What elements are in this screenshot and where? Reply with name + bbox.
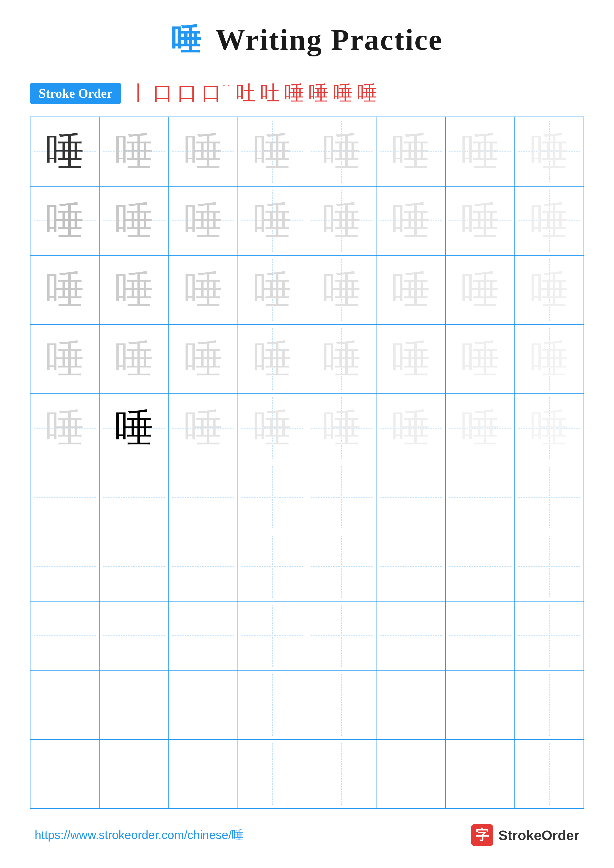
grid-cell-empty[interactable] <box>515 601 584 671</box>
grid-row-3: 唾 唾 唾 <box>30 255 584 325</box>
footer-url[interactable]: https://www.strokeorder.com/chinese/唾 <box>35 827 244 843</box>
grid-cell[interactable]: 唾 <box>307 394 376 463</box>
grid-cell[interactable]: 唾 <box>376 117 446 186</box>
grid-cell[interactable]: 唾 <box>307 255 376 325</box>
grid-cell[interactable]: 唾 <box>99 325 169 394</box>
grid-cell-empty[interactable] <box>238 670 307 739</box>
grid-cell-empty[interactable] <box>307 532 376 601</box>
stroke-7: 唾 <box>284 80 304 107</box>
grid-cell-empty[interactable] <box>30 532 99 601</box>
practice-char: 唾 <box>322 340 361 378</box>
grid-cell[interactable]: 唾 <box>238 186 307 256</box>
grid-cell[interactable]: 唾 <box>99 186 169 256</box>
grid-cell[interactable]: 唾 <box>238 255 307 325</box>
practice-char: 唾 <box>530 409 569 447</box>
grid-cell-empty[interactable] <box>446 601 515 671</box>
practice-char: 唾 <box>392 202 430 240</box>
grid-cell-empty[interactable] <box>515 532 584 601</box>
grid-cell-empty[interactable] <box>515 463 584 532</box>
grid-cell-empty[interactable] <box>376 601 446 671</box>
grid-cell[interactable]: 唾 <box>307 117 376 186</box>
grid-cell-empty[interactable] <box>99 601 169 671</box>
grid-cell[interactable]: 唾 <box>515 325 584 394</box>
grid-cell-empty[interactable] <box>446 670 515 739</box>
grid-cell-empty[interactable] <box>238 532 307 601</box>
grid-cell-empty[interactable] <box>30 601 99 671</box>
grid-cell[interactable]: 唾 <box>446 255 515 325</box>
grid-cell-empty[interactable] <box>169 601 238 671</box>
brand-name: StrokeOrder <box>498 827 579 843</box>
grid-cell[interactable]: 唾 <box>446 394 515 463</box>
grid-cell[interactable]: 唾 <box>515 117 584 186</box>
practice-char: 唾 <box>45 409 84 447</box>
practice-char: 唾 <box>253 340 292 378</box>
grid-cell[interactable]: 唾 <box>376 186 446 256</box>
grid-cell[interactable]: 唾 <box>446 186 515 256</box>
grid-cell-empty[interactable] <box>99 463 169 532</box>
grid-cell-empty[interactable] <box>169 670 238 739</box>
grid-cell[interactable]: 唾 <box>446 325 515 394</box>
grid-cell-empty[interactable] <box>515 670 584 739</box>
grid-cell-empty[interactable] <box>376 739 446 809</box>
grid-cell-empty[interactable] <box>169 739 238 809</box>
grid-cell-empty[interactable] <box>446 739 515 809</box>
grid-cell-empty[interactable] <box>307 739 376 809</box>
grid-cell[interactable]: 唾 <box>376 325 446 394</box>
grid-cell-empty[interactable] <box>99 670 169 739</box>
grid-cell[interactable]: 唾 <box>238 325 307 394</box>
grid-cell[interactable]: 唾 <box>30 394 99 463</box>
grid-cell[interactable]: 唾 <box>30 117 99 186</box>
grid-cell[interactable]: 唾 <box>515 394 584 463</box>
grid-cell-empty[interactable] <box>446 463 515 532</box>
grid-cell[interactable]: 唾 <box>169 325 238 394</box>
brand-icon: 字 <box>471 824 493 846</box>
grid-cell-empty[interactable] <box>169 463 238 532</box>
grid-cell-empty[interactable] <box>238 463 307 532</box>
grid-cell[interactable]: 唾 <box>515 255 584 325</box>
practice-char: 唾 <box>184 132 222 171</box>
grid-cell-empty[interactable] <box>515 739 584 809</box>
practice-char: 唾 <box>461 271 499 309</box>
grid-cell[interactable]: 唾 <box>99 394 169 463</box>
grid-cell[interactable]: 唾 <box>30 325 99 394</box>
practice-char: 唾 <box>392 409 430 447</box>
footer: https://www.strokeorder.com/chinese/唾 字 … <box>30 824 584 846</box>
grid-cell-empty[interactable] <box>169 532 238 601</box>
grid-row-5: 唾 唾 唾 <box>30 394 584 463</box>
grid-cell[interactable]: 唾 <box>238 394 307 463</box>
grid-cell[interactable]: 唾 <box>169 117 238 186</box>
grid-cell-empty[interactable] <box>30 670 99 739</box>
footer-brand: 字 StrokeOrder <box>471 824 579 846</box>
grid-cell[interactable]: 唾 <box>307 186 376 256</box>
grid-cell-empty[interactable] <box>446 532 515 601</box>
grid-cell[interactable]: 唾 <box>307 325 376 394</box>
grid-cell[interactable]: 唾 <box>169 394 238 463</box>
practice-char: 唾 <box>392 132 430 171</box>
grid-cell[interactable]: 唾 <box>30 186 99 256</box>
grid-cell-empty[interactable] <box>238 601 307 671</box>
grid-cell[interactable]: 唾 <box>99 255 169 325</box>
grid-cell-empty[interactable] <box>99 532 169 601</box>
grid-cell-empty[interactable] <box>307 601 376 671</box>
grid-cell[interactable]: 唾 <box>376 255 446 325</box>
grid-cell[interactable]: 唾 <box>515 186 584 256</box>
grid-cell-empty[interactable] <box>99 739 169 809</box>
grid-cell[interactable]: 唾 <box>376 394 446 463</box>
grid-cell-empty[interactable] <box>238 739 307 809</box>
practice-char: 唾 <box>184 409 222 447</box>
grid-cell-empty[interactable] <box>376 670 446 739</box>
practice-char: 唾 <box>530 202 569 240</box>
grid-cell[interactable]: 唾 <box>446 117 515 186</box>
grid-cell-empty[interactable] <box>376 532 446 601</box>
grid-cell-empty[interactable] <box>30 463 99 532</box>
page-title: 唾 Writing Practice <box>171 20 443 60</box>
grid-cell[interactable]: 唾 <box>30 255 99 325</box>
grid-cell-empty[interactable] <box>307 670 376 739</box>
grid-cell-empty[interactable] <box>30 739 99 809</box>
grid-cell[interactable]: 唾 <box>169 186 238 256</box>
grid-cell-empty[interactable] <box>307 463 376 532</box>
grid-cell[interactable]: 唾 <box>169 255 238 325</box>
grid-cell[interactable]: 唾 <box>238 117 307 186</box>
grid-cell-empty[interactable] <box>376 463 446 532</box>
grid-cell[interactable]: 唾 <box>99 117 169 186</box>
